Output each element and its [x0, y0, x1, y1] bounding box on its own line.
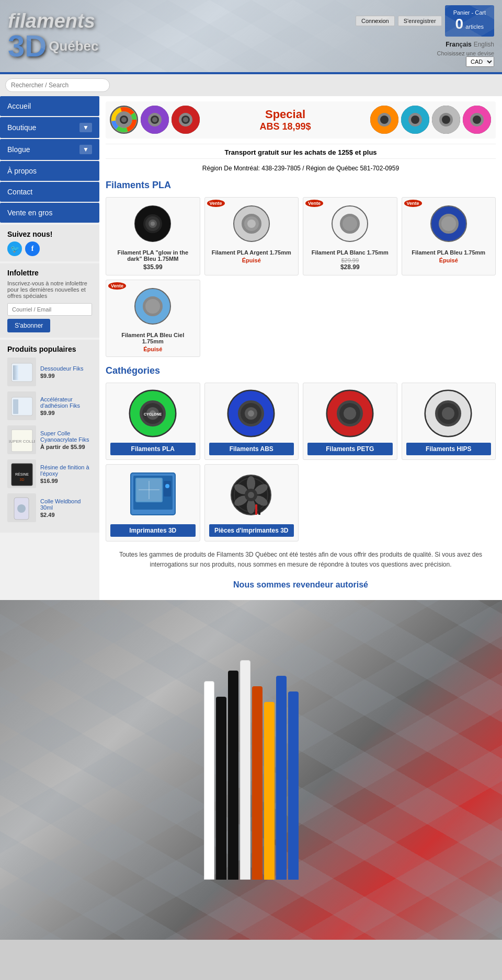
popular-item-5-info: Colle Weldbond 30ml $2.49 — [40, 498, 92, 518]
popular-item-1-info: Dessoudeur Fiks $9.99 — [40, 365, 84, 379]
product-card-argent-status: Épuisé — [209, 257, 294, 263]
product-card-bleu-ciel-name: Filament PLA Bleu Ciel 1.75mm — [110, 332, 196, 344]
nav-link-blogue[interactable]: Blogue ▼ — [0, 139, 99, 160]
connexion-button[interactable]: Connexion — [356, 16, 395, 26]
category-pieces[interactable]: Pièces d'imprimantes 3D — [204, 464, 299, 541]
nav-link-apropos[interactable]: À propos — [0, 161, 99, 181]
popular-item-4[interactable]: RÉSINE 3D Résine de finition à l'époxy $… — [7, 459, 92, 488]
category-pla[interactable]: CYCLONE Filaments PLA — [106, 383, 200, 460]
popular-item-3-name: Super Colle Cyanoacrylate Fiks — [40, 430, 92, 443]
product-card-blanc-price: $28.99 — [307, 263, 393, 271]
phone-info: Région De Montréal: 438-239-7805 / Régio… — [106, 162, 496, 175]
svg-point-47 — [247, 220, 256, 228]
pla-section-title: Filaments PLA — [106, 180, 496, 191]
category-petg[interactable]: Filaments PETG — [303, 383, 397, 460]
nav-item-vente[interactable]: Vente en gros — [0, 203, 99, 223]
nav-link-vente[interactable]: Vente en gros — [0, 203, 99, 223]
nav-item-boutique[interactable]: Boutique ▼ — [0, 117, 99, 138]
category-printers[interactable]: Imprimantes 3D — [106, 464, 200, 541]
popular-item-1[interactable]: Dessoudeur Fiks $9.99 — [7, 358, 92, 386]
banner-spool-orange — [370, 106, 399, 134]
category-petg-name: Filaments PETG — [307, 443, 393, 455]
svg-point-86 — [247, 476, 255, 491]
product-card-blanc[interactable]: Vente Filament PLA Blanc 1.75mm $29.99 $… — [303, 197, 397, 275]
popular-item-5-image — [7, 493, 36, 522]
svg-point-22 — [152, 117, 157, 122]
popular-products-block: Produits populaires Dessoudeur Fiks $9 — [0, 340, 99, 533]
filament-stick-5 — [252, 686, 263, 880]
vente-badge-bleu: Vente — [404, 200, 422, 207]
logo-3d: 3D — [8, 31, 47, 61]
popular-item-1-price: $9.99 — [40, 373, 84, 379]
logo-area[interactable]: filaments 3D Québec — [8, 11, 99, 61]
nav-item-apropos[interactable]: À propos — [0, 161, 99, 181]
product-card-glow[interactable]: Filament PLA "glow in the dark" Bleu 1.7… — [106, 197, 200, 275]
popular-item-2[interactable]: Accélérateur d'adhésion Fiks $9.99 — [7, 391, 92, 420]
category-hips[interactable]: Filaments HIPS — [402, 383, 496, 460]
nav-item-accueil[interactable]: Accueil — [0, 96, 99, 116]
popular-item-3[interactable]: SUPER COLLE Super Colle Cyanoacrylate Fi… — [7, 425, 92, 454]
boutique-arrow: ▼ — [79, 123, 92, 132]
product-card-blanc-name: Filament PLA Blanc 1.75mm — [307, 249, 393, 256]
category-petg-image — [307, 387, 393, 440]
filament-stick-4 — [240, 660, 250, 880]
banner-spool-purple — [141, 106, 169, 134]
social-block: Suivez nous! 🐦 f — [0, 225, 99, 261]
banner-spool-red — [172, 106, 200, 134]
banner: Special ABS 18,99$ — [106, 101, 496, 139]
svg-point-67 — [248, 410, 254, 417]
twitter-icon[interactable]: 🐦 — [7, 241, 22, 256]
nav-link-accueil[interactable]: Accueil — [0, 96, 99, 116]
devise-select[interactable]: CAD USD — [466, 56, 494, 67]
filament-stick-3 — [228, 671, 238, 880]
special-price: ABS 18,99$ — [259, 121, 311, 132]
cart-block[interactable]: Panier - Cart 0 articles — [445, 5, 494, 37]
banner-spool-gray — [432, 106, 461, 134]
svg-point-93 — [248, 492, 254, 498]
footer-filaments — [204, 660, 299, 880]
main-content: Special ABS 18,99$ — [99, 96, 502, 600]
svg-point-43 — [151, 222, 155, 226]
category-pieces-image — [209, 469, 294, 521]
popular-item-5[interactable]: Colle Weldbond 30ml $2.49 — [7, 493, 92, 522]
svg-point-75 — [442, 407, 454, 420]
category-abs-name: Filaments ABS — [209, 443, 294, 455]
category-hips-image — [406, 387, 492, 440]
banner-special: Special ABS 18,99$ — [254, 108, 316, 132]
lang-en[interactable]: English — [474, 41, 494, 48]
product-card-bleu[interactable]: Vente Filament PLA Bleu 1.75mm Épuisé — [402, 197, 496, 275]
pla-products-grid: Filament PLA "glow in the dark" Bleu 1.7… — [106, 197, 496, 357]
nav-item-blogue[interactable]: Blogue ▼ — [0, 139, 99, 160]
product-card-bleu-ciel-image — [110, 284, 196, 329]
nav-link-contact[interactable]: Contact — [0, 182, 99, 202]
newsletter-email-input[interactable] — [7, 303, 92, 316]
category-printers-image — [110, 469, 196, 521]
nav-link-boutique[interactable]: Boutique ▼ — [0, 117, 99, 138]
product-card-argent[interactable]: Vente Filament PLA Argent 1.75mm Épuisé — [204, 197, 299, 275]
lang-fr[interactable]: Français — [446, 41, 471, 48]
category-printers-name: Imprimantes 3D — [110, 524, 196, 537]
cart-articles: articles — [465, 24, 484, 30]
search-input[interactable] — [5, 78, 110, 92]
header-right: Connexion S'enregistrer Panier - Cart 0 … — [356, 5, 494, 67]
newsletter-block: Infolettre Inscrivez-vous à notre infole… — [0, 263, 99, 338]
svg-point-83 — [165, 484, 169, 488]
category-pieces-name: Pièces d'imprimantes 3D — [209, 524, 294, 537]
svg-point-56 — [145, 299, 160, 314]
nav-item-contact[interactable]: Contact — [0, 182, 99, 202]
senregistrer-button[interactable]: S'enregistrer — [398, 16, 442, 26]
filament-stick-1 — [204, 681, 214, 880]
product-card-glow-name: Filament PLA "glow in the dark" Bleu 1.7… — [110, 249, 196, 262]
category-abs[interactable]: Filaments ABS — [204, 383, 299, 460]
popular-item-2-name: Accélérateur d'adhésion Fiks — [40, 396, 92, 409]
facebook-icon[interactable]: f — [25, 241, 40, 256]
svg-rect-95 — [258, 504, 260, 515]
popular-item-2-price: $9.99 — [40, 410, 92, 416]
search-bar — [0, 74, 502, 96]
svg-rect-4 — [13, 399, 18, 414]
product-card-argent-image — [209, 202, 294, 246]
product-card-bleu-ciel[interactable]: Vente Filament PLA Bleu Ciel 1.75mm Épui… — [106, 280, 200, 357]
cart-count: 0 — [455, 16, 464, 32]
logo-filaments: filaments — [8, 11, 99, 31]
subscribe-button[interactable]: S'abonner — [7, 319, 50, 332]
